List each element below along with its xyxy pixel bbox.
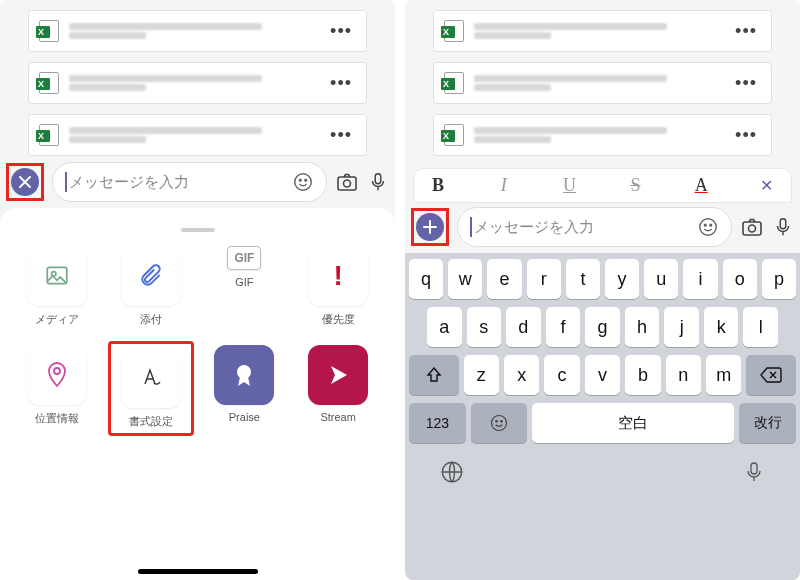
phone-right-format-keyboard: ••• ••• ••• B I U S A ✕ メッセージを入力 (405, 0, 800, 580)
key-n[interactable]: n (666, 355, 701, 395)
emoji-keyboard-key[interactable] (471, 403, 528, 443)
action-priority[interactable]: ! 優先度 (308, 246, 368, 327)
key-z[interactable]: z (464, 355, 499, 395)
camera-icon[interactable] (335, 170, 359, 194)
attachment-card[interactable]: ••• (28, 114, 367, 156)
numbers-key[interactable]: 123 (409, 403, 466, 443)
key-t[interactable]: t (566, 259, 600, 299)
svg-point-2 (305, 179, 307, 181)
svg-rect-13 (743, 222, 761, 235)
attachment-filename-blurred (69, 23, 326, 39)
key-l[interactable]: l (743, 307, 778, 347)
emoji-icon[interactable] (697, 216, 719, 238)
dictation-icon[interactable] (742, 459, 766, 485)
format-bold-button[interactable]: B (428, 175, 448, 196)
format-italic-button[interactable]: I (494, 175, 514, 196)
key-y[interactable]: y (605, 259, 639, 299)
key-d[interactable]: d (506, 307, 541, 347)
format-strike-button[interactable]: S (625, 175, 645, 196)
close-compose-extensions-button[interactable] (11, 168, 39, 196)
key-k[interactable]: k (704, 307, 739, 347)
ios-keyboard: qwertyuiop asdfghjkl zxcvbnm 123 空白 改行 (405, 253, 800, 580)
attachment-filename-blurred (474, 23, 731, 39)
excel-file-icon (39, 72, 59, 94)
action-praise[interactable]: Praise (214, 345, 274, 432)
action-location[interactable]: 位置情報 (27, 345, 87, 432)
attachment-card[interactable]: ••• (433, 62, 772, 104)
svg-point-9 (237, 365, 251, 379)
key-o[interactable]: o (723, 259, 757, 299)
svg-point-1 (299, 179, 301, 181)
key-v[interactable]: v (585, 355, 620, 395)
svg-point-8 (54, 368, 60, 374)
key-b[interactable]: b (625, 355, 660, 395)
space-key[interactable]: 空白 (532, 403, 734, 443)
action-attach[interactable]: 添付 (121, 246, 181, 327)
microphone-icon[interactable] (367, 171, 389, 193)
attachment-card[interactable]: ••• (28, 10, 367, 52)
key-r[interactable]: r (527, 259, 561, 299)
key-a[interactable]: a (427, 307, 462, 347)
format-underline-button[interactable]: U (560, 175, 580, 196)
key-h[interactable]: h (625, 307, 660, 347)
attachment-more-icon[interactable]: ••• (731, 73, 761, 94)
key-c[interactable]: c (544, 355, 579, 395)
key-s[interactable]: s (467, 307, 502, 347)
format-close-button[interactable]: ✕ (757, 176, 777, 195)
attachment-card[interactable]: ••• (28, 62, 367, 104)
attachment-filename-blurred (69, 75, 326, 91)
key-w[interactable]: w (448, 259, 482, 299)
svg-rect-3 (338, 177, 356, 190)
microphone-icon[interactable] (772, 216, 794, 238)
compose-row: メッセージを入力 (0, 162, 395, 208)
action-stream[interactable]: Stream (308, 345, 368, 432)
key-x[interactable]: x (504, 355, 539, 395)
backspace-key[interactable] (746, 355, 796, 395)
attachments-list: ••• ••• ••• (405, 0, 800, 162)
key-m[interactable]: m (706, 355, 741, 395)
key-q[interactable]: q (409, 259, 443, 299)
key-p[interactable]: p (762, 259, 796, 299)
key-g[interactable]: g (585, 307, 620, 347)
camera-icon[interactable] (740, 215, 764, 239)
message-placeholder: メッセージを入力 (69, 173, 292, 192)
excel-file-icon (39, 20, 59, 42)
attachment-card[interactable]: ••• (433, 10, 772, 52)
key-u[interactable]: u (644, 259, 678, 299)
key-e[interactable]: e (487, 259, 521, 299)
svg-rect-15 (780, 219, 786, 229)
message-input[interactable]: メッセージを入力 (457, 207, 732, 247)
attachment-more-icon[interactable]: ••• (326, 125, 356, 146)
emoji-icon[interactable] (292, 171, 314, 193)
key-j[interactable]: j (664, 307, 699, 347)
attachment-more-icon[interactable]: ••• (731, 125, 761, 146)
annotation-red-box (6, 163, 44, 201)
action-gif[interactable]: GIF GIF (227, 246, 261, 327)
key-i[interactable]: i (683, 259, 717, 299)
attachment-card[interactable]: ••• (433, 114, 772, 156)
attachment-filename-blurred (69, 127, 326, 143)
globe-keyboard-icon[interactable] (439, 459, 465, 485)
home-indicator[interactable] (138, 569, 258, 574)
excel-file-icon (444, 124, 464, 146)
format-textcolor-button[interactable]: A (691, 175, 711, 196)
action-media[interactable]: メディア (27, 246, 87, 327)
message-input[interactable]: メッセージを入力 (52, 162, 327, 202)
open-compose-extensions-button[interactable] (416, 213, 444, 241)
shift-key[interactable] (409, 355, 459, 395)
svg-point-11 (704, 224, 706, 226)
format-toolbar: B I U S A ✕ (413, 168, 792, 203)
compose-row: メッセージを入力 (405, 207, 800, 253)
svg-point-4 (344, 180, 351, 187)
svg-point-0 (295, 174, 312, 191)
svg-rect-20 (751, 463, 757, 474)
sheet-grabber[interactable] (181, 228, 215, 232)
action-format[interactable]: 書式設定 (108, 341, 194, 436)
svg-point-16 (491, 416, 506, 431)
key-f[interactable]: f (546, 307, 581, 347)
gif-icon: GIF (227, 246, 261, 270)
attachment-more-icon[interactable]: ••• (326, 73, 356, 94)
return-key[interactable]: 改行 (739, 403, 796, 443)
attachment-more-icon[interactable]: ••• (731, 21, 761, 42)
attachment-more-icon[interactable]: ••• (326, 21, 356, 42)
